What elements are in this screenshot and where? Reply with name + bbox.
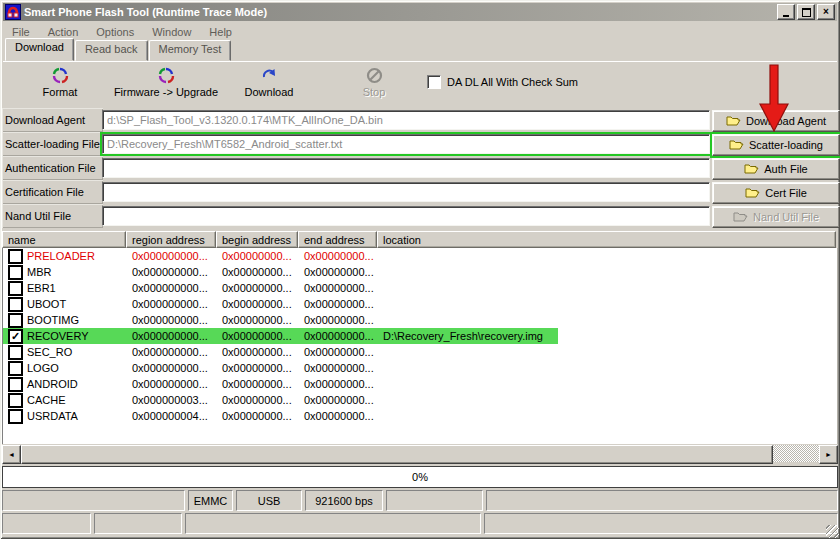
cell-region: 0x000000000... bbox=[126, 330, 216, 342]
row-checkbox-usrdata[interactable] bbox=[8, 409, 23, 424]
nand-util-file-input[interactable] bbox=[102, 206, 710, 226]
cell-region: 0x000000000... bbox=[126, 298, 216, 310]
folder-open-icon bbox=[744, 163, 759, 176]
cert-file-button[interactable]: Cert File bbox=[712, 182, 840, 204]
partition-table: PRELOADER0x000000000...0x00000000...0x00… bbox=[2, 248, 838, 444]
cell-begin: 0x00000000... bbox=[216, 330, 298, 342]
column-header-region-address[interactable]: region address bbox=[126, 231, 216, 248]
row-checkbox-logo[interactable] bbox=[8, 361, 23, 376]
tab-read-back[interactable]: Read back bbox=[75, 40, 148, 61]
certification-file-input[interactable] bbox=[102, 182, 710, 202]
format-toolbar-button[interactable]: Format bbox=[27, 66, 93, 104]
cell-end: 0x00000000... bbox=[298, 298, 377, 310]
cell-end: 0x00000000... bbox=[298, 410, 377, 422]
field-certification-file bbox=[102, 182, 710, 202]
da-dl-checksum-checkbox[interactable] bbox=[427, 75, 441, 89]
authentication-file-input[interactable] bbox=[102, 158, 710, 178]
column-header-location[interactable]: location bbox=[377, 231, 836, 248]
resize-grip[interactable] bbox=[826, 525, 839, 538]
status-panel-r2-2 bbox=[185, 513, 481, 534]
label-authentication-file: Authentication File bbox=[2, 156, 103, 180]
folder-open-icon bbox=[745, 187, 760, 200]
column-header-end-address[interactable]: end address bbox=[298, 231, 377, 248]
cell-name: ANDROID bbox=[23, 378, 126, 390]
row-checkbox-preloader[interactable] bbox=[8, 249, 23, 264]
scroll-right-button[interactable]: ► bbox=[819, 445, 838, 464]
label-nand-util-file: Nand Util File bbox=[2, 204, 103, 228]
row-checkbox-ebr1[interactable] bbox=[8, 281, 23, 296]
scatter-loading-file-input[interactable] bbox=[102, 134, 710, 154]
table-row-mbr[interactable]: MBR0x000000000...0x00000000...0x00000000… bbox=[3, 264, 837, 280]
column-header-begin-address[interactable]: begin address bbox=[216, 231, 298, 248]
row-checkbox-android[interactable] bbox=[8, 377, 23, 392]
download-toolbar-button[interactable]: Download bbox=[229, 66, 309, 104]
button-label: Auth File bbox=[764, 163, 807, 175]
column-header-name[interactable]: name bbox=[2, 231, 126, 248]
toolbar-button-label: Stop bbox=[363, 86, 386, 98]
cell-region: 0x000000003... bbox=[126, 394, 216, 406]
status-bar-row1: EMMCUSB921600 bps bbox=[2, 490, 838, 511]
status-panel-r1-0 bbox=[2, 490, 185, 511]
table-row-preloader[interactable]: PRELOADER0x000000000...0x00000000...0x00… bbox=[3, 248, 837, 264]
auth-file-button[interactable]: Auth File bbox=[712, 158, 840, 180]
tab-memory-test[interactable]: Memory Test bbox=[149, 40, 232, 61]
da-dl-checksum-label: DA DL All With Check Sum bbox=[447, 76, 578, 88]
cell-end: 0x00000000... bbox=[298, 282, 377, 294]
cell-end: 0x00000000... bbox=[298, 330, 377, 342]
app-window: Smart Phone Flash Tool (Runtime Trace Mo… bbox=[0, 0, 840, 539]
firmware-upgrade-toolbar-button[interactable]: Firmware -> Upgrade bbox=[107, 66, 225, 104]
status-panel-emmc: EMMC bbox=[188, 490, 233, 511]
row-checkbox-recovery[interactable] bbox=[8, 329, 23, 344]
annotation-red-arrow bbox=[757, 64, 791, 134]
table-row-logo[interactable]: LOGO0x000000000...0x00000000...0x0000000… bbox=[3, 360, 837, 376]
cell-begin: 0x00000000... bbox=[216, 266, 298, 278]
scrollbar-thumb[interactable] bbox=[21, 445, 773, 464]
status-bar-row2 bbox=[2, 513, 838, 534]
download-agent-input[interactable] bbox=[102, 110, 710, 130]
status-panel-r1-4 bbox=[386, 490, 483, 511]
table-row-usrdata[interactable]: USRDATA0x000000004...0x00000000...0x0000… bbox=[3, 408, 837, 424]
horizontal-scrollbar[interactable]: ◄ ► bbox=[2, 445, 838, 462]
cell-name: MBR bbox=[23, 266, 126, 278]
table-row-recovery[interactable]: RECOVERY0x000000000...0x00000000...0x000… bbox=[3, 328, 837, 344]
cell-begin: 0x00000000... bbox=[216, 282, 298, 294]
row-checkbox-bootimg[interactable] bbox=[8, 313, 23, 328]
stop-toolbar-button: Stop bbox=[343, 66, 405, 104]
cell-end: 0x00000000... bbox=[298, 378, 377, 390]
scatter-loading-button[interactable]: Scatter-loading bbox=[712, 134, 840, 156]
close-button[interactable]: × bbox=[817, 4, 835, 20]
table-row-uboot[interactable]: UBOOT0x000000000...0x00000000...0x000000… bbox=[3, 296, 837, 312]
button-label: Scatter-loading bbox=[749, 139, 823, 151]
cell-region: 0x000000000... bbox=[126, 250, 216, 262]
row-checkbox-uboot[interactable] bbox=[8, 297, 23, 312]
menu-item-window[interactable]: Window bbox=[143, 24, 200, 40]
table-row-ebr1[interactable]: EBR10x000000000...0x00000000...0x0000000… bbox=[3, 280, 837, 296]
menu-item-help[interactable]: Help bbox=[200, 24, 241, 40]
da-dl-checksum-option: DA DL All With Check Sum bbox=[427, 75, 578, 89]
table-row-bootimg[interactable]: BOOTIMG0x000000000...0x00000000...0x0000… bbox=[3, 312, 837, 328]
cell-name: PRELOADER bbox=[23, 250, 126, 262]
menu-item-options[interactable]: Options bbox=[87, 24, 143, 40]
app-icon bbox=[5, 4, 21, 20]
cell-region: 0x000000000... bbox=[126, 266, 216, 278]
tab-download[interactable]: Download bbox=[5, 38, 74, 61]
cell-name: SEC_RO bbox=[23, 346, 126, 358]
title-bar[interactable]: Smart Phone Flash Tool (Runtime Trace Mo… bbox=[3, 3, 837, 21]
cell-name: RECOVERY bbox=[23, 330, 126, 342]
progress-percent: 0% bbox=[412, 471, 428, 483]
cell-name: EBR1 bbox=[23, 282, 126, 294]
table-row-android[interactable]: ANDROID0x000000000...0x00000000...0x0000… bbox=[3, 376, 837, 392]
cell-end: 0x00000000... bbox=[298, 266, 377, 278]
scroll-left-button[interactable]: ◄ bbox=[2, 445, 21, 464]
cell-region: 0x000000000... bbox=[126, 282, 216, 294]
row-checkbox-mbr[interactable] bbox=[8, 265, 23, 280]
label-scatter-loading-file: Scatter-loading File bbox=[2, 132, 103, 156]
maximize-button[interactable] bbox=[797, 4, 815, 20]
row-checkbox-cache[interactable] bbox=[8, 393, 23, 408]
table-row-cache[interactable]: CACHE0x000000003...0x00000000...0x000000… bbox=[3, 392, 837, 408]
scrollbar-track[interactable] bbox=[773, 445, 819, 462]
table-row-sec-ro[interactable]: SEC_RO0x000000000...0x00000000...0x00000… bbox=[3, 344, 837, 360]
minimize-button[interactable] bbox=[777, 4, 795, 20]
row-checkbox-sec-ro[interactable] bbox=[8, 345, 23, 360]
toolbar-button-label: Download bbox=[245, 86, 294, 98]
